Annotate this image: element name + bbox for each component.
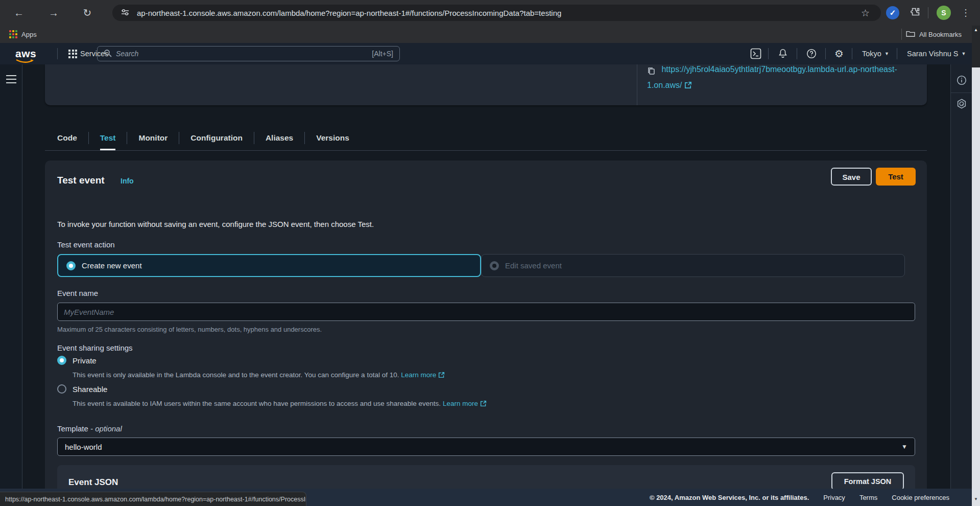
bookmark-star-icon[interactable]: ☆	[861, 7, 870, 19]
tab-monitor[interactable]: Monitor	[138, 130, 168, 146]
cookie-preferences-link[interactable]: Cookie preferences	[892, 494, 949, 501]
site-settings-icon[interactable]	[121, 8, 130, 18]
aws-logo[interactable]: aws	[15, 43, 36, 64]
account-menu[interactable]: Saran Vishnu S ▼	[907, 43, 966, 64]
forward-icon[interactable]: →	[45, 0, 62, 26]
scroll-up-icon[interactable]: ▲	[972, 28, 980, 32]
function-overview-container: https://yjh5rol4aiao5ythtlatrj7bmeootbgy…	[45, 64, 927, 105]
hamburger-menu-icon[interactable]	[6, 75, 16, 86]
create-new-event-tile[interactable]: Create new event	[57, 254, 481, 277]
search-icon	[104, 49, 112, 59]
event-json-title: Event JSON	[68, 477, 118, 488]
back-icon[interactable]: ←	[10, 0, 28, 26]
tab-configuration[interactable]: Configuration	[190, 130, 243, 146]
intro-text: To invoke your function without saving a…	[57, 220, 374, 228]
tab-code[interactable]: Code	[57, 130, 77, 146]
page-scrollbar[interactable]: ▲ ▼	[972, 26, 980, 506]
tab-test[interactable]: Test	[100, 130, 116, 146]
test-button[interactable]: Test	[876, 168, 916, 186]
folder-icon	[906, 30, 915, 39]
select-caret-icon: ▼	[901, 443, 907, 450]
cloudshell-icon[interactable]	[750, 43, 762, 64]
external-link-icon[interactable]	[438, 371, 445, 379]
extension-badge-icon[interactable]: ✓	[886, 6, 899, 19]
save-button[interactable]: Save	[831, 168, 872, 186]
template-select[interactable]: hello-world ▼	[57, 438, 915, 456]
function-url-line2[interactable]: 1.on.aws/	[647, 81, 682, 89]
tab-separator	[179, 132, 179, 144]
nav-separator	[825, 48, 826, 59]
copy-icon[interactable]	[647, 66, 657, 75]
info-link[interactable]: Info	[121, 177, 134, 185]
browser-toolbar: ← → ↻ ap-northeast-1.console.aws.amazon.…	[0, 0, 980, 26]
aws-smile-icon	[15, 59, 35, 64]
chevron-down-icon: ▼	[885, 51, 889, 56]
tab-separator	[88, 132, 89, 144]
apps-label[interactable]: Apps	[21, 31, 37, 38]
radio-selected-icon[interactable]	[57, 356, 66, 365]
help-icon[interactable]	[806, 43, 817, 64]
bookmarks-bar: Apps All Bookmarks	[0, 26, 980, 43]
search-box[interactable]: Search [Alt+S]	[97, 46, 400, 61]
function-url-line1[interactable]: https://yjh5rol4aiao5ythtlatrj7bmeootbgy…	[661, 65, 897, 74]
tabs-divider	[45, 150, 927, 151]
scrollbar-thumb[interactable]	[972, 67, 980, 506]
tab-separator	[304, 132, 305, 144]
all-bookmarks-label[interactable]: All Bookmarks	[919, 31, 962, 38]
reload-icon[interactable]: ↻	[79, 0, 96, 26]
bookmarks-separator	[901, 29, 902, 40]
search-shortcut: [Alt+S]	[372, 50, 393, 58]
event-name-input[interactable]	[57, 303, 915, 321]
info-panel-icon[interactable]	[956, 75, 967, 86]
format-json-button[interactable]: Format JSON	[831, 472, 904, 490]
nav-separator	[768, 48, 769, 59]
nav-separator	[797, 48, 797, 59]
tab-versions[interactable]: Versions	[316, 130, 349, 146]
learn-more-link[interactable]: Learn more	[401, 371, 436, 379]
shareable-radio-option[interactable]: Shareable	[57, 384, 107, 394]
sharing-settings-label: Event sharing settings	[57, 343, 133, 352]
external-link-icon[interactable]	[684, 81, 692, 89]
privacy-link[interactable]: Privacy	[823, 494, 845, 501]
browser-menu-icon[interactable]: ⋮	[957, 0, 974, 26]
address-bar[interactable]: ap-northeast-1.console.aws.amazon.com/la…	[112, 5, 881, 21]
radio-unselected-icon[interactable]	[57, 384, 66, 394]
tab-separator	[127, 132, 127, 144]
notifications-bell-icon[interactable]	[777, 43, 788, 64]
nav-separator	[897, 48, 897, 59]
region-selector[interactable]: Tokyo ▼	[862, 43, 889, 64]
nav-separator	[852, 48, 852, 59]
url-text: ap-northeast-1.console.aws.amazon.com/la…	[137, 9, 561, 17]
tools-divider	[951, 93, 972, 93]
right-tools-strip	[950, 64, 972, 489]
action-label: Test event action	[57, 240, 115, 249]
private-label: Private	[73, 356, 97, 365]
status-url-text: https://ap-northeast-1.console.aws.amazo…	[5, 496, 306, 503]
function-url-block: https://yjh5rol4aiao5ythtlatrj7bmeootbgy…	[647, 64, 918, 93]
edit-saved-event-tile[interactable]: Edit saved event	[481, 254, 905, 277]
scroll-down-icon[interactable]: ▼	[972, 497, 980, 501]
left-sidebar-strip	[0, 64, 22, 489]
tab-aliases[interactable]: Aliases	[266, 130, 293, 146]
screen: ← → ↻ ap-northeast-1.console.aws.amazon.…	[0, 0, 980, 506]
hexagon-tool-icon[interactable]	[956, 98, 967, 109]
nav-separator	[57, 48, 58, 59]
extensions-puzzle-icon[interactable]	[910, 7, 921, 18]
search-placeholder: Search	[116, 50, 138, 58]
settings-gear-icon[interactable]: ⚙	[834, 43, 844, 64]
apps-grid-icon[interactable]	[9, 30, 17, 38]
function-tabs: Code Test Monitor Configuration Aliases …	[45, 127, 927, 149]
template-label: Template - optional	[57, 424, 122, 433]
private-radio-option[interactable]: Private	[57, 356, 97, 365]
template-optional-label: - optional	[90, 424, 122, 433]
profile-avatar[interactable]: S	[937, 6, 951, 20]
test-event-panel: Test event Info Save Test To invoke your…	[45, 160, 927, 506]
external-link-icon[interactable]	[480, 400, 487, 407]
template-value: hello-world	[65, 443, 102, 451]
learn-more-link[interactable]: Learn more	[443, 400, 478, 407]
column-divider	[637, 64, 637, 105]
terms-link[interactable]: Terms	[859, 494, 877, 501]
radio-selected-icon[interactable]	[66, 261, 76, 270]
services-grid-icon	[68, 50, 77, 58]
create-new-event-label: Create new event	[82, 261, 142, 270]
